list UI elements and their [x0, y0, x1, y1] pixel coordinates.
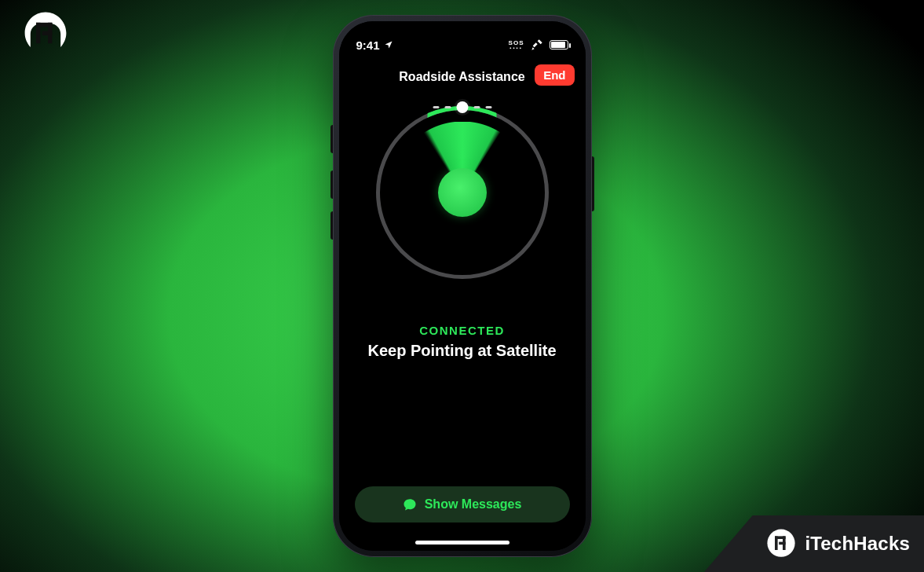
status-bar: 9:41 SOS •••• [339, 21, 586, 60]
end-button[interactable]: End [535, 64, 574, 86]
iphone-screen: 9:41 SOS •••• Roadside Assistance End [339, 21, 586, 551]
radar-dial [376, 106, 549, 279]
show-messages-label: Show Messages [425, 497, 522, 512]
connected-label: CONNECTED [339, 324, 586, 337]
location-arrow-icon [384, 40, 393, 50]
status-time: 9:41 [356, 38, 380, 52]
svg-rect-3 [42, 31, 53, 35]
radar-center-dot-icon [438, 168, 487, 217]
heading-ticks [433, 101, 491, 113]
brand-name: iTechHacks [805, 533, 910, 555]
tick-icon [444, 106, 451, 108]
chat-bubble-icon [403, 497, 417, 512]
satellite-position-dot-icon [456, 101, 468, 113]
brand-badge-top-left [22, 9, 69, 57]
status-bar-right: SOS •••• [509, 38, 568, 51]
satellite-icon [531, 38, 543, 51]
tick-icon [485, 106, 491, 108]
tick-icon [433, 106, 439, 108]
battery-icon [550, 40, 568, 50]
iphone-frame: 9:41 SOS •••• Roadside Assistance End [333, 15, 592, 557]
svg-rect-8 [780, 542, 786, 545]
status-bar-left: 9:41 [356, 38, 393, 52]
satellite-radar [339, 106, 586, 279]
nav-bar: Roadside Assistance End [339, 62, 586, 92]
page-title: Roadside Assistance [399, 70, 524, 84]
connection-status: CONNECTED Keep Pointing at Satellite [339, 324, 586, 360]
tick-icon [473, 106, 480, 108]
brand-banner-bottom-right: iTechHacks [704, 515, 924, 572]
sos-indicator: SOS •••• [509, 40, 524, 50]
instruction-text: Keep Pointing at Satellite [339, 342, 586, 360]
show-messages-button[interactable]: Show Messages [355, 486, 570, 522]
sos-dots-icon: •••• [509, 46, 524, 50]
promo-stage: 9:41 SOS •••• Roadside Assistance End [0, 0, 924, 572]
home-indicator [415, 541, 509, 544]
itechhacks-logo-icon [22, 9, 69, 57]
itechhacks-logo-small-icon [765, 528, 797, 559]
